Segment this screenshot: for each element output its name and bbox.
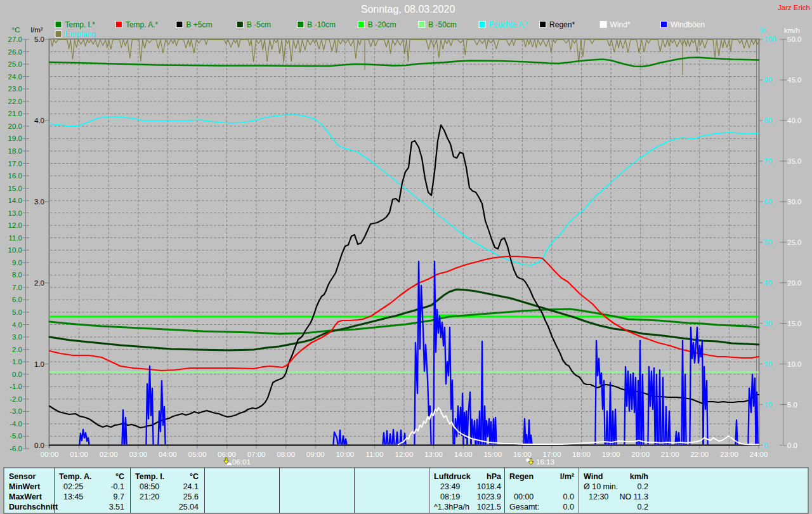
svg-text:23.0: 23.0 [8, 85, 22, 93]
svg-text:25.6: 25.6 [183, 492, 199, 501]
svg-text:°C: °C [190, 472, 199, 481]
svg-text:1.0: 1.0 [12, 358, 22, 366]
svg-text:06:00: 06:00 [218, 451, 236, 458]
svg-text:24.0: 24.0 [8, 73, 22, 81]
svg-text:2.0: 2.0 [12, 346, 22, 353]
svg-text:11.0: 11.0 [8, 234, 22, 242]
svg-text:18.0: 18.0 [8, 147, 22, 155]
svg-text:B -5cm: B -5cm [247, 20, 271, 29]
svg-text:5.0: 5.0 [34, 36, 44, 43]
svg-text:17:00: 17:00 [543, 451, 561, 458]
svg-text:35.0: 35.0 [787, 157, 801, 165]
svg-text:09:00: 09:00 [306, 451, 325, 458]
svg-text:5.0: 5.0 [787, 401, 797, 409]
svg-text:Ø 10 min.: Ø 10 min. [584, 482, 618, 491]
svg-text:08:50: 08:50 [140, 482, 159, 491]
svg-text:02:00: 02:00 [100, 451, 118, 458]
svg-text:°C: °C [115, 472, 124, 481]
svg-text:°C: °C [12, 26, 20, 34]
svg-text:hPa: hPa [487, 472, 502, 481]
svg-text:7.0: 7.0 [12, 284, 22, 291]
svg-text:1018.4: 1018.4 [477, 482, 501, 491]
svg-text:22:00: 22:00 [690, 451, 709, 458]
svg-text:%: % [760, 27, 766, 34]
svg-text:11:00: 11:00 [365, 451, 383, 458]
svg-text:40.0: 40.0 [787, 117, 801, 124]
svg-text:0.0: 0.0 [787, 442, 797, 449]
svg-text:21:20: 21:20 [140, 492, 159, 501]
svg-text:30.0: 30.0 [787, 198, 801, 206]
svg-text:Temp. A.*: Temp. A.* [126, 20, 159, 29]
svg-text:5.0: 5.0 [12, 308, 22, 316]
svg-text:B -50cm: B -50cm [428, 20, 457, 29]
svg-text:25.0: 25.0 [8, 60, 22, 68]
svg-text:50.0: 50.0 [787, 36, 801, 43]
svg-text:1021.5: 1021.5 [477, 503, 501, 511]
svg-text:0.0: 0.0 [12, 371, 22, 378]
svg-text:B -20cm: B -20cm [368, 20, 396, 29]
svg-text:Temp. I.*: Temp. I.* [65, 20, 96, 29]
svg-text:4.0: 4.0 [12, 321, 22, 329]
svg-text:Sensor: Sensor [9, 472, 36, 481]
svg-text:100: 100 [764, 36, 776, 43]
svg-text:3.51: 3.51 [109, 503, 124, 511]
svg-text:14.0: 14.0 [8, 197, 22, 204]
svg-text:10:00: 10:00 [336, 451, 354, 458]
svg-text:20.0: 20.0 [8, 122, 22, 130]
svg-text:-6.0: -6.0 [10, 445, 22, 452]
svg-text:20: 20 [764, 360, 772, 368]
svg-text:9.7: 9.7 [114, 492, 124, 501]
svg-text:20.0: 20.0 [787, 279, 801, 287]
svg-text:0.0: 0.0 [34, 442, 44, 449]
svg-text:05:00: 05:00 [188, 451, 207, 458]
svg-text:2.0: 2.0 [34, 279, 44, 287]
svg-text:-0.1: -0.1 [110, 482, 124, 491]
svg-text:13.0: 13.0 [8, 209, 22, 217]
svg-text:90: 90 [764, 76, 772, 84]
svg-text:24.1: 24.1 [183, 482, 199, 491]
svg-text:km/h: km/h [784, 27, 800, 34]
svg-text:Gesamt:: Gesamt: [509, 503, 539, 511]
svg-text:0: 0 [764, 442, 768, 449]
svg-text:17.0: 17.0 [8, 160, 22, 168]
svg-text:Jarz Erich: Jarz Erich [778, 4, 810, 11]
svg-text:Luftdruck: Luftdruck [434, 472, 471, 481]
svg-text:22.0: 22.0 [8, 98, 22, 105]
svg-text:16.0: 16.0 [8, 172, 22, 180]
svg-text:07:00: 07:00 [247, 451, 266, 458]
svg-text:21:00: 21:00 [661, 451, 679, 458]
svg-text:01:00: 01:00 [70, 451, 88, 458]
svg-text:0.2: 0.2 [638, 482, 648, 491]
svg-text:0.0: 0.0 [563, 492, 574, 501]
svg-text:14:00: 14:00 [454, 451, 473, 458]
svg-text:50: 50 [764, 239, 772, 246]
svg-text:00:00: 00:00 [41, 451, 59, 458]
svg-text:-5.0: -5.0 [10, 432, 22, 440]
svg-text:20:00: 20:00 [631, 451, 650, 458]
svg-text:15:00: 15:00 [483, 451, 502, 458]
svg-text:Wind*: Wind* [610, 20, 631, 29]
svg-text:80: 80 [764, 117, 772, 124]
svg-text:03:00: 03:00 [129, 451, 147, 458]
svg-text:16:13: 16:13 [536, 458, 554, 466]
svg-text:Regen: Regen [509, 472, 534, 481]
svg-text:km/h: km/h [630, 472, 648, 481]
svg-text:21.0: 21.0 [8, 110, 22, 117]
svg-text:19:00: 19:00 [602, 451, 620, 458]
svg-text:25.0: 25.0 [787, 239, 801, 246]
svg-text:24:00: 24:00 [750, 451, 768, 458]
svg-text:23:49: 23:49 [440, 482, 460, 491]
svg-text:13:00: 13:00 [424, 451, 443, 458]
svg-text:0.2: 0.2 [638, 503, 648, 511]
svg-text:8.0: 8.0 [12, 271, 22, 279]
svg-text:B -10cm: B -10cm [307, 20, 336, 29]
svg-text:Durchschnitt: Durchschnitt [9, 503, 58, 511]
svg-text:04:00: 04:00 [159, 451, 177, 458]
svg-text:4.0: 4.0 [34, 117, 44, 124]
svg-text:Temp. I.: Temp. I. [135, 472, 164, 481]
svg-text:19.0: 19.0 [8, 135, 22, 142]
svg-text:1023.9: 1023.9 [477, 492, 501, 501]
svg-text:9.0: 9.0 [12, 259, 22, 267]
svg-text:15.0: 15.0 [787, 320, 801, 327]
svg-text:12:30: 12:30 [589, 492, 608, 501]
